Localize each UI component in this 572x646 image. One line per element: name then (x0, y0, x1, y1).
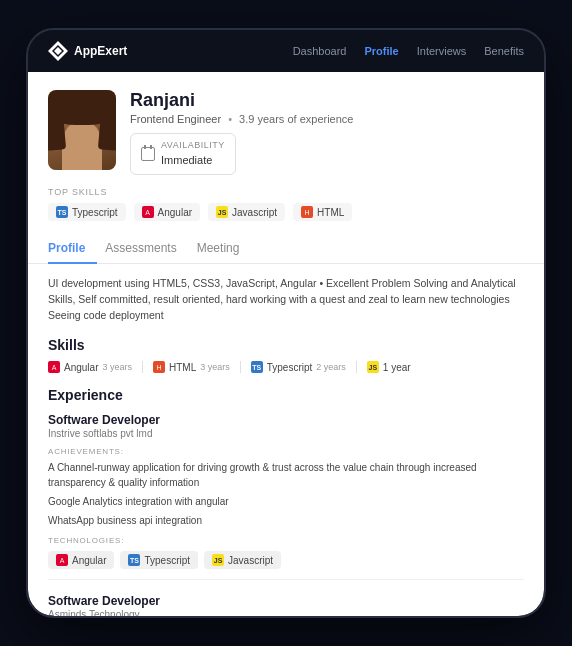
skill-item-typescript: TS Typescript 2 years (251, 361, 346, 373)
divider (142, 361, 143, 373)
java-skill-icon: JS (367, 361, 379, 373)
tech-badge-angular: A Angular (48, 551, 114, 569)
skills-list: A Angular 3 years H HTML 3 years TS Type… (48, 361, 524, 373)
html-skill-icon: H (153, 361, 165, 373)
skill-badge-ts: TS Typescript (48, 203, 126, 221)
divider (356, 361, 357, 373)
job-entry-2: Software Developer Asminds Technology (48, 594, 524, 616)
skill-item-angular: A Angular 3 years (48, 361, 132, 373)
company-name-1: Instrive softlabs pvt lmd (48, 428, 524, 439)
avatar-image (48, 90, 116, 170)
tab-assessments[interactable]: Assessments (105, 233, 188, 263)
avatar (48, 90, 116, 170)
availability-info: AVAILABILITY Immediate (161, 140, 225, 168)
job-title-2: Software Developer (48, 594, 524, 608)
logo-text: AppExert (74, 44, 127, 58)
logo-area: AppExert (48, 41, 127, 61)
achievement-1: A Channel-runway application for driving… (48, 460, 524, 490)
skill-badge-html: H HTML (293, 203, 352, 221)
availability-box: AVAILABILITY Immediate (130, 133, 236, 175)
typescript-icon: TS (56, 206, 68, 218)
nav-profile[interactable]: Profile (364, 45, 398, 57)
logo-icon (48, 41, 68, 61)
angular-tech-icon: A (56, 554, 68, 566)
job-entry-1: Software Developer Instrive softlabs pvt… (48, 413, 524, 569)
job-divider (48, 579, 524, 580)
tab-meeting[interactable]: Meeting (197, 233, 252, 263)
tab-profile[interactable]: Profile (48, 233, 97, 263)
skill-item-java: JS 1 year (367, 361, 411, 373)
skill-badge-ng: A Angular (134, 203, 200, 221)
nav-benefits[interactable]: Benefits (484, 45, 524, 57)
navbar: AppExert Dashboard Profile Interviews Be… (28, 30, 544, 72)
nav-interviews[interactable]: Interviews (417, 45, 467, 57)
angular-icon: A (142, 206, 154, 218)
skill-item-html: H HTML 3 years (153, 361, 230, 373)
profile-info: Ranjani Frontend Engineer • 3.9 years of… (130, 90, 524, 175)
top-skills-row: TS Typescript A Angular JS Javascript H … (48, 203, 524, 221)
calendar-icon (141, 147, 155, 161)
ts-tech-icon: TS (128, 554, 140, 566)
content-area: Ranjani Frontend Engineer • 3.9 years of… (28, 72, 544, 616)
company-name-2: Asminds Technology (48, 609, 524, 616)
angular-skill-icon: A (48, 361, 60, 373)
divider (240, 361, 241, 373)
device-frame: AppExert Dashboard Profile Interviews Be… (26, 28, 546, 618)
html-icon: H (301, 206, 313, 218)
js-tech-icon: JS (212, 554, 224, 566)
javascript-icon: JS (216, 206, 228, 218)
tabs-bar: Profile Assessments Meeting (28, 233, 544, 264)
achievements-label: ACHIEVEMENTS: (48, 447, 524, 456)
profile-description: UI development using HTML5, CSS3, JavaSc… (48, 276, 524, 323)
skills-title: Skills (48, 337, 524, 353)
avatar-hair (48, 90, 116, 125)
profile-title: Frontend Engineer • 3.9 years of experie… (130, 113, 524, 125)
profile-header: Ranjani Frontend Engineer • 3.9 years of… (28, 72, 544, 187)
tech-badges: A Angular TS Typescript JS Javascript (48, 551, 524, 569)
nav-links: Dashboard Profile Interviews Benefits (293, 45, 524, 57)
tech-badge-javascript: JS Javascript (204, 551, 281, 569)
job-title-1: Software Developer (48, 413, 524, 427)
skill-badge-js: JS Javascript (208, 203, 285, 221)
experience-section: Experience Software Developer Instrive s… (48, 387, 524, 616)
profile-content: UI development using HTML5, CSS3, JavaSc… (28, 264, 544, 616)
achievement-3: WhatsApp business api integration (48, 513, 524, 528)
nav-dashboard[interactable]: Dashboard (293, 45, 347, 57)
top-skills-label: TOP SKILLS (48, 187, 524, 197)
ts-skill-icon: TS (251, 361, 263, 373)
top-skills-section: TOP SKILLS TS Typescript A Angular JS Ja… (28, 187, 544, 229)
skills-section: Skills A Angular 3 years H HTML 3 years (48, 337, 524, 373)
achievement-2: Google Analytics integration with angula… (48, 494, 524, 509)
profile-name: Ranjani (130, 90, 524, 111)
experience-title: Experience (48, 387, 524, 403)
tech-badge-typescript: TS Typescript (120, 551, 198, 569)
technologies-label: TECHNOLOGIES: (48, 536, 524, 545)
